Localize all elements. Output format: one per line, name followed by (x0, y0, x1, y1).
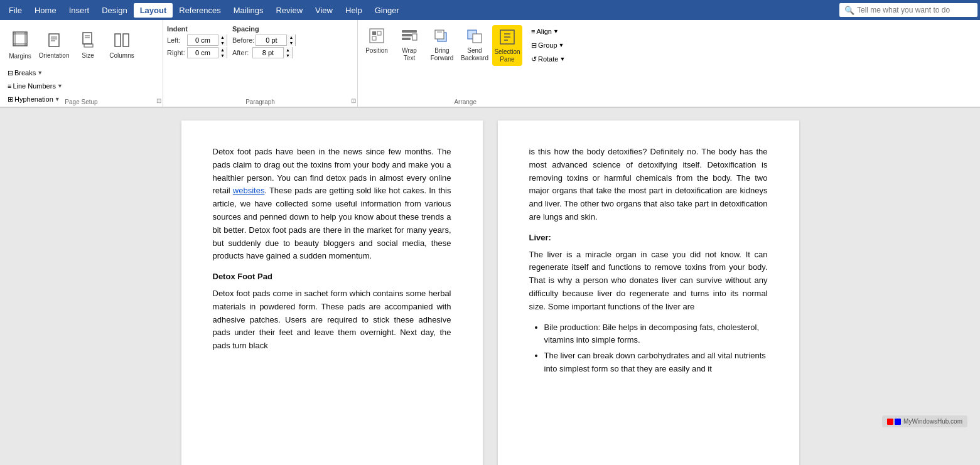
menu-references[interactable]: References (173, 3, 227, 18)
wrap-text-button[interactable]: WrapText (394, 25, 424, 63)
page-setup-group: Margins Orientation Size (0, 20, 163, 107)
position-label: Position (365, 47, 388, 55)
spacing-before-up[interactable]: ▲ (287, 35, 295, 40)
page-setup-title: Page Setup ⊡ (0, 99, 163, 105)
size-icon (79, 31, 97, 51)
line-numbers-button[interactable]: ≡ Line Numbers ▼ (4, 80, 67, 92)
page2-liver-para: The liver is a miracle organ in case you… (529, 249, 768, 314)
align-arrow: ▼ (553, 28, 559, 35)
websites-link[interactable]: websites (233, 186, 265, 195)
search-box[interactable]: 🔍 (839, 3, 977, 17)
page-1: Detox foot pads have been in the news si… (181, 120, 483, 465)
indent-right-label: Right: (167, 49, 186, 56)
spacing-column: Spacing Before: 0 pt ▲ ▼ After: (232, 25, 296, 58)
menu-review[interactable]: Review (269, 3, 309, 18)
svg-rect-13 (115, 34, 121, 46)
paragraph-group: Indent Left: 0 cm ▲ ▼ Right: (163, 20, 358, 107)
page-2: is this how the body detoxifies? Definit… (498, 120, 799, 465)
rotate-icon: ↺ (531, 55, 537, 63)
menu-mailings[interactable]: Mailings (227, 3, 270, 18)
indent-left-value[interactable]: 0 cm (188, 35, 218, 45)
search-icon: 🔍 (844, 6, 854, 15)
line-numbers-icon: ≡ (8, 82, 11, 90)
line-numbers-arrow: ▼ (57, 83, 63, 89)
spacing-after-input[interactable]: 8 pt ▲ ▼ (252, 47, 293, 58)
indent-left-spinners: ▲ ▼ (218, 35, 227, 46)
rotate-button[interactable]: ↺ Rotate ▼ (527, 53, 569, 65)
search-input[interactable] (857, 6, 972, 14)
indent-right-row: Right: 0 cm ▲ ▼ (167, 47, 227, 58)
indent-left-row: Left: 0 cm ▲ ▼ (167, 35, 227, 46)
columns-label: Columns (109, 52, 134, 60)
page2-bullet1: Bile production: Bile helps in decomposi… (544, 321, 768, 348)
watermark-text: MyWindowsHub.com (903, 418, 962, 425)
columns-button[interactable]: Columns (105, 25, 138, 65)
svg-rect-5 (49, 34, 59, 46)
page2-liver-heading: Liver: (529, 232, 768, 245)
menu-layout[interactable]: Layout (134, 3, 173, 18)
indent-right-value[interactable]: 0 cm (188, 48, 218, 58)
menu-insert[interactable]: Insert (63, 3, 96, 18)
position-button[interactable]: Position (362, 25, 392, 56)
svg-rect-16 (372, 31, 376, 35)
spacing-after-up[interactable]: ▲ (284, 47, 292, 53)
send-backward-button[interactable]: SendBackward (460, 25, 490, 63)
spacing-after-label: After: (232, 49, 251, 56)
group-icon: ⊟ (531, 41, 537, 50)
indent-spacing-grid: Indent Left: 0 cm ▲ ▼ Right: (167, 25, 296, 58)
page-setup-expand-icon[interactable]: ⊡ (156, 97, 161, 104)
margins-icon (11, 30, 29, 51)
svg-rect-27 (473, 34, 482, 43)
svg-rect-24 (435, 30, 444, 39)
spacing-before-down[interactable]: ▼ (287, 40, 295, 46)
spacing-before-input[interactable]: 0 pt ▲ ▼ (256, 35, 296, 46)
paragraph-title: Paragraph ⊡ (163, 99, 357, 105)
indent-right-input[interactable]: 0 cm ▲ ▼ (187, 47, 227, 58)
indent-left-input[interactable]: 0 cm ▲ ▼ (187, 35, 227, 46)
indent-right-up[interactable]: ▲ (218, 47, 227, 53)
menu-home[interactable]: Home (28, 3, 63, 18)
indent-left-label: Left: (167, 36, 186, 44)
spacing-before-value[interactable]: 0 pt (256, 35, 286, 45)
menu-ginger[interactable]: Ginger (369, 3, 406, 18)
spacing-before-spinners: ▲ ▼ (286, 35, 295, 46)
document-area: Detox foot pads have been in the news si… (0, 108, 980, 465)
svg-rect-18 (372, 36, 376, 40)
menu-view[interactable]: View (309, 3, 339, 18)
orientation-icon (45, 31, 63, 51)
svg-rect-17 (377, 31, 381, 35)
wrap-text-icon (400, 26, 419, 47)
indent-right-down[interactable]: ▼ (218, 53, 227, 58)
svg-rect-21 (402, 38, 411, 40)
menu-help[interactable]: Help (339, 3, 369, 18)
spacing-after-value[interactable]: 8 pt (253, 48, 283, 58)
indent-left-down[interactable]: ▼ (218, 40, 227, 46)
paragraph-expand-icon[interactable]: ⊡ (351, 97, 356, 104)
spacing-after-down[interactable]: ▼ (284, 53, 292, 58)
bring-forward-label: BringForward (431, 47, 454, 62)
svg-rect-15 (370, 29, 384, 43)
orientation-button[interactable]: Orientation (38, 25, 70, 65)
large-buttons-row: Margins Orientation Size (4, 25, 138, 65)
send-backward-icon (465, 26, 484, 47)
orientation-label: Orientation (39, 52, 70, 60)
margins-button[interactable]: Margins (4, 25, 36, 65)
menu-file[interactable]: File (3, 3, 28, 18)
menu-design[interactable]: Design (95, 3, 133, 18)
indent-left-up[interactable]: ▲ (218, 35, 227, 40)
bring-forward-button[interactable]: BringForward (427, 25, 457, 63)
svg-rect-14 (123, 34, 129, 46)
page1-para1: Detox foot pads have been in the news si… (213, 146, 451, 263)
ribbon: Margins Orientation Size (0, 20, 980, 107)
breaks-label: Breaks (14, 69, 36, 77)
align-label: Align (536, 28, 551, 35)
size-button[interactable]: Size (72, 25, 104, 65)
group-button[interactable]: ⊟ Group ▼ (527, 39, 569, 51)
selection-pane-icon (498, 28, 517, 48)
align-button[interactable]: ≡ Align ▼ (527, 25, 569, 38)
selection-pane-label: SelectionPane (494, 48, 520, 63)
breaks-button[interactable]: ⊟ Breaks ▼ (4, 67, 67, 79)
selection-pane-button[interactable]: SelectionPane (492, 25, 522, 66)
group-label: Group (538, 41, 557, 49)
columns-icon (113, 31, 131, 51)
